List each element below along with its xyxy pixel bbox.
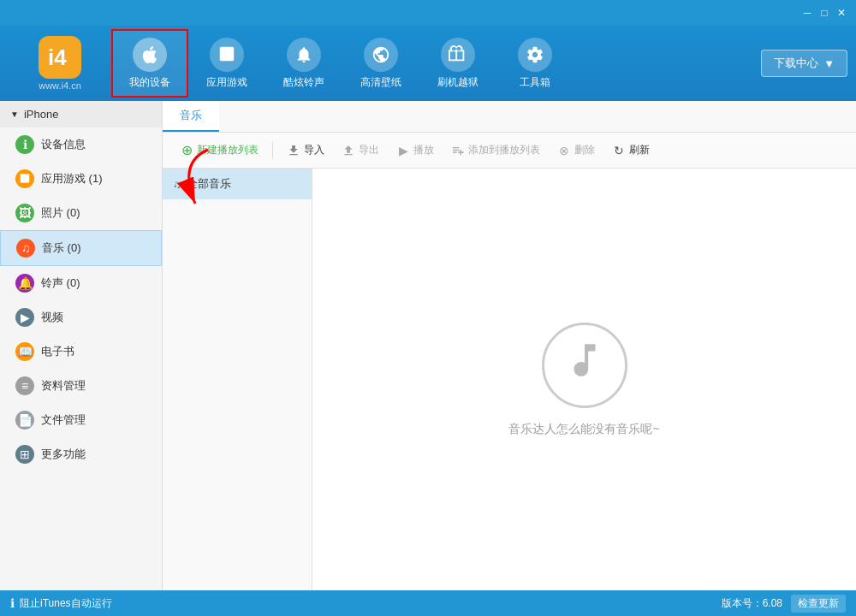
all-music-label: 全部音乐 [187, 176, 231, 192]
sidebar-item-device-info[interactable]: ℹ 设备信息 [0, 127, 162, 162]
version-label: 版本号：6.08 [722, 596, 782, 611]
sidebar-item-music[interactable]: ♫ 音乐 (0) [0, 230, 162, 266]
video-sidebar-icon: ▶ [15, 308, 34, 327]
sidebar-item-data-mgmt[interactable]: ≡ 资料管理 [0, 369, 162, 403]
check-update-button[interactable]: 检查更新 [791, 595, 846, 613]
empty-state: 音乐达人怎么能没有音乐呢~ [312, 169, 856, 590]
photos-sidebar-icon: 🖼 [15, 204, 34, 222]
nav-item-jailbreak-label: 刷机越狱 [437, 75, 479, 90]
empty-music-icon [563, 339, 606, 391]
download-button[interactable]: 下载中心 ▼ [761, 50, 847, 77]
download-arrow-icon: ▼ [823, 57, 835, 70]
apple-icon [133, 38, 167, 72]
more-sidebar-icon: ⊞ [15, 445, 34, 464]
nav-item-my-device[interactable]: 我的设备 [111, 29, 188, 98]
all-music-item[interactable]: ♫ 全部音乐 [163, 169, 312, 199]
nav-item-wallpapers[interactable]: 高清壁纸 [342, 29, 419, 98]
sidebar-item-more-label: 更多功能 [41, 447, 86, 462]
svg-text:i4: i4 [48, 44, 67, 70]
play-icon: ▶ [396, 144, 410, 157]
file-mgmt-sidebar-icon: 📄 [15, 411, 34, 429]
sidebar-item-video[interactable]: ▶ 视频 [0, 300, 162, 335]
refresh-button[interactable]: ↻ 刷新 [605, 139, 657, 161]
new-playlist-label: 新建播放列表 [197, 143, 259, 157]
logo: i4 www.i4.cn [9, 36, 111, 91]
sidebar-item-apps-label: 应用游戏 (1) [41, 171, 103, 187]
content-tabs: 音乐 [163, 101, 856, 133]
refresh-label: 刷新 [629, 143, 650, 157]
sidebar: ▼ iPhone ℹ 设备信息 应用游戏 (1) 🖼 照片 (0) ♫ 音乐 (… [0, 101, 163, 590]
music-list-icon: ♫ [173, 178, 181, 191]
export-icon [342, 144, 355, 157]
apps-sidebar-icon [15, 169, 34, 188]
download-label: 下载中心 [774, 56, 818, 71]
apps-icon [210, 38, 244, 72]
jailbreak-icon [441, 38, 475, 72]
sidebar-item-ringtones[interactable]: 🔔 铃声 (0) [0, 266, 162, 300]
ringtones-sidebar-icon: 🔔 [15, 274, 34, 293]
sidebar-collapse-icon: ▼ [10, 110, 19, 119]
device-info-icon: ℹ [15, 135, 34, 154]
footer-left: ℹ 阻止iTunes自动运行 [10, 596, 112, 611]
tab-music[interactable]: 音乐 [163, 101, 219, 132]
data-mgmt-sidebar-icon: ≡ [15, 376, 34, 395]
sidebar-item-photos[interactable]: 🖼 照片 (0) [0, 196, 162, 230]
export-button[interactable]: 导出 [335, 139, 386, 161]
add-to-playlist-label: 添加到播放列表 [468, 143, 540, 157]
sidebar-item-apps[interactable]: 应用游戏 (1) [0, 162, 162, 196]
sidebar-title: iPhone [24, 108, 58, 121]
delete-icon: ⊗ [557, 144, 571, 157]
main-layout: ▼ iPhone ℹ 设备信息 应用游戏 (1) 🖼 照片 (0) ♫ 音乐 (… [0, 101, 856, 590]
sidebar-item-data-mgmt-label: 资料管理 [41, 378, 86, 394]
wallpapers-icon [364, 38, 398, 72]
footer: ℹ 阻止iTunes自动运行 版本号：6.08 检查更新 [0, 590, 856, 616]
toolbar: ⊕ 新建播放列表 导入 导出 ▶ 播放 [163, 133, 856, 169]
sidebar-header: ▼ iPhone [0, 101, 162, 127]
close-button[interactable]: ✕ [834, 5, 849, 21]
sidebar-item-file-mgmt-label: 文件管理 [41, 412, 86, 428]
refresh-icon: ↻ [612, 144, 626, 157]
minimize-button[interactable]: ─ [800, 5, 815, 21]
logo-url: www.i4.cn [39, 80, 81, 91]
nav-item-toolbox-label: 工具箱 [520, 75, 550, 90]
nav-item-ringtones[interactable]: 酷炫铃声 [265, 29, 342, 98]
sidebar-item-video-label: 视频 [41, 310, 63, 325]
sidebar-item-ebook-label: 电子书 [41, 344, 74, 359]
import-label: 导入 [304, 143, 324, 157]
add-to-playlist-button[interactable]: 添加到播放列表 [444, 139, 547, 161]
play-label: 播放 [413, 143, 434, 157]
sidebar-item-ringtones-label: 铃声 (0) [41, 275, 80, 291]
playlist-area: ♫ 全部音乐 音乐达人怎么能没有音乐呢~ [163, 169, 856, 590]
nav-item-toolbox[interactable]: 工具箱 [496, 29, 574, 98]
footer-right: 版本号：6.08 检查更新 [722, 595, 846, 613]
delete-label: 删除 [574, 143, 595, 157]
separator-1 [272, 142, 273, 159]
empty-text: 音乐达人怎么能没有音乐呢~ [508, 422, 659, 437]
footer-status-text: 阻止iTunes自动运行 [20, 596, 112, 611]
nav-item-jailbreak[interactable]: 刷机越狱 [419, 29, 496, 98]
sidebar-item-ebook[interactable]: 📖 电子书 [0, 335, 162, 369]
content-area: 音乐 ⊕ 新建播放列表 导入 导出 ▶ 播放 [163, 101, 856, 590]
header: i4 www.i4.cn 我的设备 应用游戏 [0, 26, 856, 101]
toolbox-icon [518, 38, 552, 72]
maximize-button[interactable]: □ [817, 5, 832, 21]
sidebar-item-file-mgmt[interactable]: 📄 文件管理 [0, 403, 162, 437]
nav-item-apps[interactable]: 应用游戏 [188, 29, 265, 98]
new-playlist-button[interactable]: ⊕ 新建播放列表 [173, 139, 265, 161]
plus-circle-icon: ⊕ [180, 144, 193, 157]
title-bar: ─ □ ✕ [0, 0, 856, 26]
ebook-sidebar-icon: 📖 [15, 342, 34, 361]
ringtones-icon [287, 38, 321, 72]
nav-items: 我的设备 应用游戏 酷炫铃声 高清壁纸 [111, 29, 761, 98]
export-label: 导出 [359, 143, 379, 157]
sidebar-item-more[interactable]: ⊞ 更多功能 [0, 437, 162, 471]
itunes-status-icon: ℹ [10, 596, 15, 610]
import-button[interactable]: 导入 [280, 139, 331, 161]
sidebar-item-music-label: 音乐 (0) [42, 240, 81, 256]
import-icon [287, 144, 300, 157]
sidebar-item-photos-label: 照片 (0) [41, 205, 80, 221]
play-button[interactable]: ▶ 播放 [389, 139, 441, 161]
delete-button[interactable]: ⊗ 删除 [550, 139, 602, 161]
logo-icon: i4 [39, 36, 81, 79]
add-to-playlist-icon [451, 144, 465, 157]
